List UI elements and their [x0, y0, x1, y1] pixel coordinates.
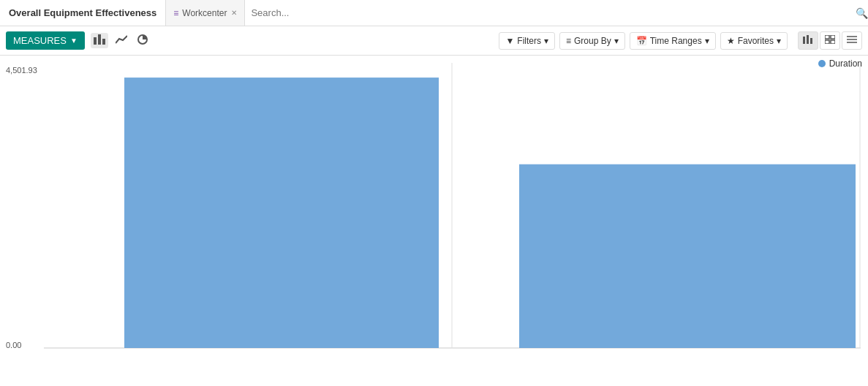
chart-type-icons — [91, 33, 151, 48]
svg-rect-4 — [803, 37, 805, 44]
tab-label: Workcenter — [182, 8, 227, 18]
app-title: Overall Equipment Effectiveness — [0, 7, 165, 18]
svg-rect-0 — [94, 37, 97, 45]
star-icon: ★ — [727, 36, 735, 46]
y-axis-min-label: 0.00 — [6, 341, 21, 349]
measures-label: MEASURES — [13, 35, 67, 46]
filters-label: Filters — [517, 36, 541, 46]
line-chart-icon[interactable] — [113, 33, 130, 48]
tab-icon: ≡ — [173, 8, 178, 18]
groupby-icon: ≡ — [566, 36, 571, 46]
search-area — [245, 7, 856, 18]
bar-chart-icon[interactable] — [91, 33, 108, 48]
search-input[interactable] — [251, 7, 850, 18]
tab-area: ≡ Workcenter ✕ 🔍 — [165, 0, 868, 26]
filters-button[interactable]: ▼ Filters ▾ — [499, 32, 555, 50]
svg-rect-8 — [831, 35, 835, 39]
calendar-icon: 📅 — [636, 36, 647, 46]
filters-caret-icon: ▾ — [544, 36, 548, 46]
chart-container: 4,501.93 0.00 Duration Assembly Station … — [0, 56, 868, 386]
favorites-caret-icon: ▾ — [777, 36, 781, 46]
pie-chart-icon[interactable] — [135, 33, 151, 48]
timeranges-caret-icon: ▾ — [705, 36, 709, 46]
timeranges-button[interactable]: 📅 Time Ranges ▾ — [630, 32, 716, 50]
bar-view-icon[interactable] — [798, 31, 818, 50]
svg-rect-10 — [831, 40, 835, 44]
chart-legend: Duration — [818, 58, 862, 69]
y-axis-max-label: 4,501.93 — [6, 66, 37, 75]
chart-svg: Assembly Station 1 Drill Station 1 — [44, 63, 861, 349]
toolbar: MEASURES ▼ ▼ Filters ▾ ≡ Group By ▾ 📅 Ti… — [0, 26, 868, 56]
top-bar: Overall Equipment Effectiveness ≡ Workce… — [0, 0, 868, 26]
groupby-caret-icon: ▾ — [614, 36, 619, 46]
groupby-label: Group By — [574, 36, 611, 46]
measures-button[interactable]: MEASURES ▼ — [6, 31, 85, 50]
right-toolbar: ▼ Filters ▾ ≡ Group By ▾ 📅 Time Ranges ▾… — [499, 31, 862, 50]
close-tab-icon[interactable]: ✕ — [231, 9, 237, 17]
workcenter-tab[interactable]: ≡ Workcenter ✕ — [166, 0, 245, 26]
favorites-label: Favorites — [738, 36, 774, 46]
groupby-button[interactable]: ≡ Group By ▾ — [559, 32, 625, 50]
svg-rect-2 — [102, 39, 105, 45]
favorites-button[interactable]: ★ Favorites ▾ — [720, 32, 788, 50]
bar-assembly-station-1[interactable] — [124, 77, 439, 348]
svg-rect-9 — [825, 40, 829, 44]
bar-drill-station-1[interactable] — [519, 164, 856, 348]
svg-rect-5 — [807, 35, 809, 44]
filter-icon: ▼ — [505, 36, 514, 46]
view-icons — [798, 31, 862, 50]
svg-rect-7 — [825, 35, 829, 39]
legend-dot — [818, 60, 826, 67]
svg-rect-1 — [98, 34, 101, 45]
legend-label: Duration — [829, 58, 862, 69]
search-icon[interactable]: 🔍 — [856, 7, 868, 19]
svg-rect-6 — [810, 38, 812, 44]
grid-view-icon[interactable] — [820, 31, 840, 50]
list-view-icon[interactable] — [842, 31, 862, 50]
measures-caret-icon: ▼ — [70, 37, 78, 45]
timeranges-label: Time Ranges — [650, 36, 702, 46]
